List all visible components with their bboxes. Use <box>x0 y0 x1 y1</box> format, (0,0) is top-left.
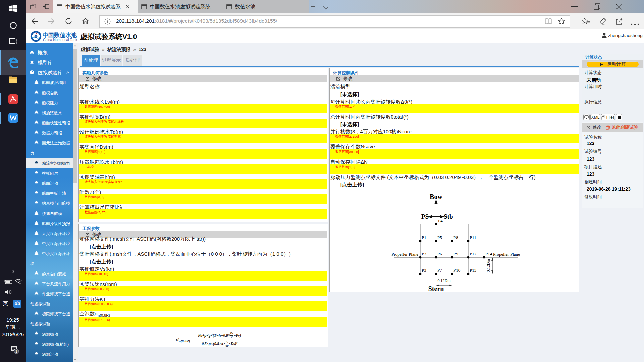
svg-text:P13: P13 <box>470 268 476 273</box>
svg-text:P14: P14 <box>485 251 492 256</box>
svg-text:P2: P2 <box>422 251 426 256</box>
svg-text:P12: P12 <box>470 251 476 256</box>
svg-text:P6: P6 <box>437 251 442 256</box>
svg-text:Bow: Bow <box>430 193 442 200</box>
svg-text:P8: P8 <box>453 235 458 240</box>
svg-text:0.12Dm: 0.12Dm <box>486 259 491 273</box>
svg-text:1: 1 <box>15 349 17 353</box>
svg-text:P1: P1 <box>422 235 426 240</box>
svg-text:P10: P10 <box>453 268 460 273</box>
svg-text:Stern: Stern <box>428 285 444 292</box>
svg-text:P9: P9 <box>453 251 458 256</box>
svg-text:PS: PS <box>421 213 429 220</box>
svg-text:Propeller Plane: Propeller Plane <box>391 252 418 257</box>
svg-text:Stb: Stb <box>444 213 453 220</box>
svg-text:P5: P5 <box>437 235 442 240</box>
svg-text:P3: P3 <box>422 268 426 273</box>
svg-text:Propeller Plane: Propeller Plane <box>493 252 520 257</box>
svg-text:P4: P4 <box>438 218 443 223</box>
svg-text:P11: P11 <box>470 235 476 240</box>
svg-text:P7: P7 <box>437 268 442 273</box>
svg-text:0.12Dm: 0.12Dm <box>438 278 451 283</box>
